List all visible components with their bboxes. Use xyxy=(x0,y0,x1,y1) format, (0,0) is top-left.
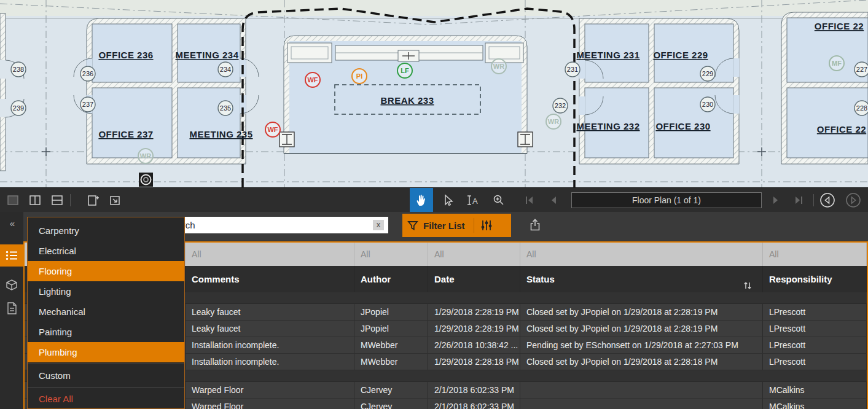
menu-item-flooring[interactable]: Flooring xyxy=(28,261,184,281)
select-text-tool-button[interactable]: A xyxy=(461,188,485,212)
svg-text:WF: WF xyxy=(307,76,318,84)
toolbar-separator xyxy=(70,194,71,206)
search-input[interactable] xyxy=(154,217,388,233)
previous-page-button[interactable] xyxy=(542,188,566,212)
toolbar-separator xyxy=(813,194,814,206)
cell-status: Pending set by ESchonsett on 1/29/2018 a… xyxy=(520,337,763,353)
page-setup-icon[interactable] xyxy=(103,188,127,212)
split-horizontal-icon[interactable] xyxy=(45,188,69,212)
svg-text:WR: WR xyxy=(548,118,559,125)
filter-cell[interactable]: All xyxy=(186,243,354,266)
markup-marker[interactable]: LF xyxy=(397,63,412,78)
menu-item-clear-all[interactable]: Clear All xyxy=(28,389,184,409)
cell-author: CJervey xyxy=(354,399,428,409)
export-list-button[interactable] xyxy=(525,215,545,235)
next-view-button[interactable] xyxy=(842,188,865,212)
menu-separator xyxy=(28,387,184,388)
zoom-tool-button[interactable] xyxy=(487,188,510,212)
svg-text:WF: WF xyxy=(267,126,278,133)
door-tag: 238 xyxy=(11,62,26,77)
sort-filter-icon[interactable] xyxy=(743,274,753,300)
markups-list-tab[interactable] xyxy=(0,244,23,267)
first-page-button[interactable] xyxy=(518,188,541,212)
next-page-button[interactable] xyxy=(764,188,787,212)
column-header-comments[interactable]: Comments xyxy=(186,266,354,292)
filter-cell[interactable]: All xyxy=(763,243,867,266)
svg-text:232: 232 xyxy=(555,102,566,109)
split-vertical-icon[interactable] xyxy=(23,188,47,212)
cell-comments: Installation incomplete. xyxy=(186,337,354,353)
cell-author: MWebber xyxy=(354,337,428,353)
menu-item-lighting[interactable]: Lighting xyxy=(28,281,184,302)
markup-marker[interactable]: WR xyxy=(546,114,561,129)
filter-list-button[interactable]: Filter List xyxy=(402,214,511,237)
svg-text:A: A xyxy=(472,197,478,206)
markup-marker[interactable]: MF xyxy=(829,56,844,71)
navigation-toolbar: A Floor Plan (1 of 1) xyxy=(0,187,868,212)
far-right-room-block xyxy=(781,12,868,164)
filter-cell[interactable]: All xyxy=(428,243,520,266)
markup-marker[interactable]: WR xyxy=(138,149,153,163)
column-header-responsibility[interactable]: Responsibility xyxy=(763,266,867,292)
select-tool-button[interactable] xyxy=(436,188,459,212)
cell-author: JPopiel xyxy=(354,321,428,337)
svg-text:231: 231 xyxy=(567,66,578,73)
cell-comments: Installation incomplete. xyxy=(186,354,354,370)
door-tag: 229 xyxy=(700,66,715,81)
menu-separator xyxy=(28,364,184,364)
cell-responsibility: LPrescott xyxy=(763,354,867,370)
filter-cell[interactable]: All xyxy=(520,243,763,266)
break-room xyxy=(280,36,533,154)
cell-date: 1/29/2018 2:28:19 PM xyxy=(428,304,520,320)
forms-tab[interactable] xyxy=(0,297,23,319)
room-label: MEETING 234 xyxy=(175,50,238,60)
page-indicator[interactable]: Floor Plan (1 of 1) xyxy=(571,192,762,208)
svg-text:LF: LF xyxy=(401,67,409,74)
door-tag: 235 xyxy=(218,101,233,115)
menu-item-plumbing[interactable]: Plumbing xyxy=(28,342,184,362)
model-tree-tab[interactable] xyxy=(0,274,23,296)
svg-text:235: 235 xyxy=(220,104,231,112)
menu-item-electrical[interactable]: Electrical xyxy=(28,241,184,261)
menu-item-mechanical[interactable]: Mechanical xyxy=(28,302,184,322)
last-page-button[interactable] xyxy=(787,188,810,212)
menu-item-painting[interactable]: Painting xyxy=(28,322,184,342)
menu-item-carpentry[interactable]: Carpentry xyxy=(28,220,184,241)
floor-plan-svg[interactable]: OFFICE 236 MEETING 234 MEETING 231 OFFIC… xyxy=(0,0,868,187)
cell-comments: Warped Floor xyxy=(186,382,354,398)
target-marker-icon[interactable] xyxy=(139,173,153,187)
filter-settings-icon[interactable] xyxy=(480,220,493,231)
markup-marker[interactable]: WF xyxy=(305,72,320,87)
cell-date: 2/1/2018 6:02:33 PM xyxy=(428,399,520,409)
menu-item-custom[interactable]: Custom xyxy=(28,365,184,386)
markup-marker[interactable]: PI xyxy=(352,69,367,84)
column-header-date[interactable]: Date xyxy=(428,266,520,292)
room-label: OFFICE 230 xyxy=(655,121,710,131)
svg-text:239: 239 xyxy=(13,104,24,112)
room-label: BREAK 233 xyxy=(380,95,434,106)
clear-search-button[interactable]: x xyxy=(373,220,384,230)
insert-page-icon[interactable] xyxy=(81,188,104,212)
room-label: OFFICE 22 xyxy=(815,21,864,31)
column-header-status[interactable]: Status xyxy=(520,266,763,292)
room-label: MEETING 232 xyxy=(576,121,639,131)
cell-date: 1/29/2018 2:28:18 PM xyxy=(428,354,520,370)
svg-text:PI: PI xyxy=(356,72,362,80)
single-pane-button[interactable] xyxy=(1,188,25,212)
drawing-canvas[interactable]: OFFICE 236 MEETING 234 MEETING 231 OFFIC… xyxy=(0,0,868,187)
cell-date: 1/29/2018 2:28:19 PM xyxy=(428,321,520,337)
cell-responsibility: MCalkins xyxy=(763,382,867,398)
column-header-author[interactable]: Author xyxy=(354,266,428,292)
door-tag: 239 xyxy=(11,101,26,115)
svg-text:WR: WR xyxy=(493,63,504,70)
status-header-label: Status xyxy=(526,274,555,284)
door-tag: 227 xyxy=(854,62,868,77)
markup-marker[interactable]: WR xyxy=(491,59,506,74)
previous-view-button[interactable] xyxy=(816,188,839,212)
markup-marker[interactable]: WF xyxy=(265,122,280,137)
cell-status: Closed set by JPopiel on 1/29/2018 at 2:… xyxy=(520,354,763,370)
search-box: x xyxy=(154,217,388,233)
collapse-panel-button[interactable]: « xyxy=(0,216,23,230)
pan-tool-button[interactable] xyxy=(410,188,433,212)
filter-cell[interactable]: All xyxy=(354,243,428,266)
